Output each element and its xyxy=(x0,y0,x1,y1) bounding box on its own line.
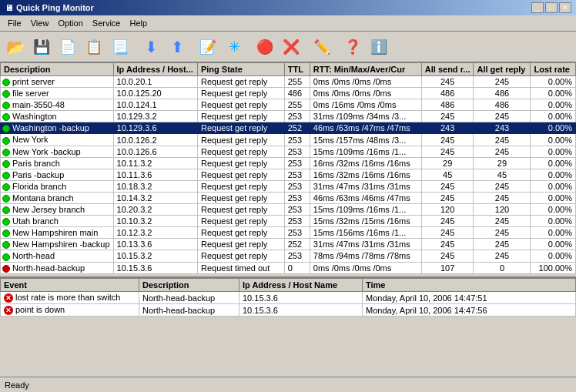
cell-send: 245 xyxy=(421,180,474,192)
close-button[interactable]: ✕ xyxy=(559,2,571,13)
table-row[interactable]: North-head-backup 10.15.3.6 Request time… xyxy=(1,262,576,273)
event-row[interactable]: ✕point is down North-head-backup 10.15.3… xyxy=(1,304,576,317)
menu-option[interactable]: Option xyxy=(53,17,87,29)
table-row[interactable]: Paris branch 10.11.3.2 Request get reply… xyxy=(1,157,576,169)
cell-rtt: 0ms /0ms /0ms /0ms xyxy=(310,262,421,273)
cell-rtt: 46ms /63ms /46ms /47ms xyxy=(310,192,421,203)
new-button[interactable]: 📄 xyxy=(55,35,80,59)
green-dot-icon xyxy=(2,206,10,214)
cell-reply: 245 xyxy=(474,76,531,88)
help-button[interactable]: ❓ xyxy=(340,35,365,59)
cell-ttl: 255 xyxy=(284,99,310,111)
add-button[interactable]: 📝 xyxy=(196,35,220,59)
header-rtt: RTT: Min/Max/Aver/Cur xyxy=(310,63,421,76)
cell-reply: 0 xyxy=(474,262,531,273)
edit-icon: ✏️ xyxy=(313,39,330,55)
help-icon: ❓ xyxy=(344,39,361,55)
cell-rtt: 15ms /32ms /15ms /16ms xyxy=(310,216,421,227)
cell-ttl: 486 xyxy=(284,88,310,99)
event-header-ip: Ip Address / Host Name xyxy=(239,279,363,292)
cell-desc: main-3550-48 xyxy=(1,99,114,111)
table-row[interactable]: Montana branch 10.14.3.2 Request get rep… xyxy=(1,192,576,203)
minimize-button[interactable]: _ xyxy=(531,2,544,13)
table-row[interactable]: New Hampshiren -backup 10.13.3.6 Request… xyxy=(1,239,576,250)
cell-desc: New Hampshiren -backup xyxy=(1,239,114,250)
event-section: Event Description Ip Address / Host Name… xyxy=(0,278,576,378)
menu-file[interactable]: File xyxy=(3,17,26,29)
green-dot-icon xyxy=(2,113,10,121)
open-folder-button[interactable]: 📂 xyxy=(3,35,28,59)
table-row[interactable]: main-3550-48 10.0.124.1 Request get repl… xyxy=(1,99,576,111)
window-controls: _ □ ✕ xyxy=(531,2,571,13)
menu-help[interactable]: Help xyxy=(126,17,152,29)
cell-reply: 245 xyxy=(474,216,531,227)
menu-view[interactable]: View xyxy=(26,17,54,29)
cell-send: 245 xyxy=(421,111,474,122)
cell-state: Request get reply xyxy=(197,192,284,203)
green-dot-icon xyxy=(2,125,10,132)
up-button[interactable]: ⬆ xyxy=(165,35,189,59)
info-icon: ℹ️ xyxy=(370,39,387,55)
cell-lost: 0.00% xyxy=(531,216,576,227)
table-row[interactable]: Florida branch 10.18.3.2 Request get rep… xyxy=(1,180,576,192)
paste-button[interactable]: 📃 xyxy=(108,35,132,59)
cell-reply: 245 xyxy=(474,250,531,262)
save-button[interactable]: 💾 xyxy=(29,35,54,59)
header-lost: Lost rate xyxy=(531,63,576,76)
table-row[interactable]: Washington -backup 10.129.3.6 Request ge… xyxy=(1,122,576,134)
cell-ip: 10.14.3.2 xyxy=(113,192,197,203)
cell-state: Request get reply xyxy=(197,157,284,169)
cell-send: 245 xyxy=(421,146,474,157)
table-row[interactable]: New York 10.0.126.2 Request get reply 25… xyxy=(1,134,576,146)
table-row[interactable]: Utah branch 10.10.3.2 Request get reply … xyxy=(1,216,576,227)
edit-button[interactable]: ✏️ xyxy=(310,35,334,59)
cell-lost: 0.00% xyxy=(531,227,576,239)
cell-ttl: 253 xyxy=(284,180,310,192)
stop-icon: 🔴 xyxy=(256,39,273,55)
maximize-button[interactable]: □ xyxy=(545,2,558,13)
table-row[interactable]: Paris -backup 10.11.3.6 Request get repl… xyxy=(1,169,576,180)
event-row[interactable]: ✕lost rate is more than switch North-hea… xyxy=(1,292,576,304)
red-dot-icon xyxy=(2,265,10,273)
stop-button[interactable]: 🔴 xyxy=(253,35,277,59)
cell-reply: 486 xyxy=(474,99,531,111)
table-row[interactable]: New Jersey branch 10.20.3.2 Request get … xyxy=(1,204,576,216)
star-button[interactable]: ✳ xyxy=(222,35,246,59)
cell-lost: 0.00% xyxy=(531,146,576,157)
table-row[interactable]: North-head 10.15.3.2 Request get reply 2… xyxy=(1,250,576,262)
save-icon: 💾 xyxy=(33,39,50,55)
cell-rtt: 31ms /47ms /31ms /31ms xyxy=(310,239,421,250)
cell-desc: North-head-backup xyxy=(1,262,114,273)
copy-icon: 📋 xyxy=(85,39,102,55)
table-row[interactable]: file server 10.0.125.20 Request get repl… xyxy=(1,88,576,99)
cell-rtt: 31ms /47ms /31ms /31ms xyxy=(310,180,421,192)
table-row[interactable]: New Hampshiren main 10.12.3.2 Request ge… xyxy=(1,227,576,239)
cell-send: 245 xyxy=(421,216,474,227)
menu-service[interactable]: Service xyxy=(88,17,126,29)
table-row[interactable]: print server 10.0.20.1 Request get reply… xyxy=(1,76,576,88)
cell-state: Request get reply xyxy=(197,204,284,216)
info-button[interactable]: ℹ️ xyxy=(367,35,391,59)
green-dot-icon xyxy=(2,183,10,191)
cell-rtt: 15ms /109ms /16ms /1... xyxy=(310,146,421,157)
table-row[interactable]: Washington 10.129.3.2 Request get reply … xyxy=(1,111,576,122)
cell-send: 245 xyxy=(421,250,474,262)
header-description: Description xyxy=(1,63,114,76)
cell-ip: 10.0.125.20 xyxy=(113,88,197,99)
toolbar: 📂 💾 📄 📋 📃 ⬇ ⬆ 📝 ✳ 🔴 ❌ ✏️ ❓ ℹ️ xyxy=(0,32,576,62)
cell-send: 245 xyxy=(421,76,474,88)
copy-button[interactable]: 📋 xyxy=(82,35,106,59)
cell-rtt: 0ms /0ms /0ms /0ms xyxy=(310,76,421,88)
cell-send: 120 xyxy=(421,204,474,216)
green-dot-icon xyxy=(2,218,10,226)
down-button[interactable]: ⬇ xyxy=(139,35,163,59)
cell-state: Request get reply xyxy=(197,146,284,157)
cell-lost: 0.00% xyxy=(531,157,576,169)
table-header-row: Description Ip Address / Host... Ping St… xyxy=(1,63,576,76)
cell-reply: 486 xyxy=(474,88,531,99)
cell-lost: 0.00% xyxy=(531,180,576,192)
status-text: Ready xyxy=(5,380,29,390)
table-row[interactable]: New York -backup 10.0.126.6 Request get … xyxy=(1,146,576,157)
xstop-button[interactable]: ❌ xyxy=(279,35,303,59)
cell-desc: North-head xyxy=(1,250,114,262)
